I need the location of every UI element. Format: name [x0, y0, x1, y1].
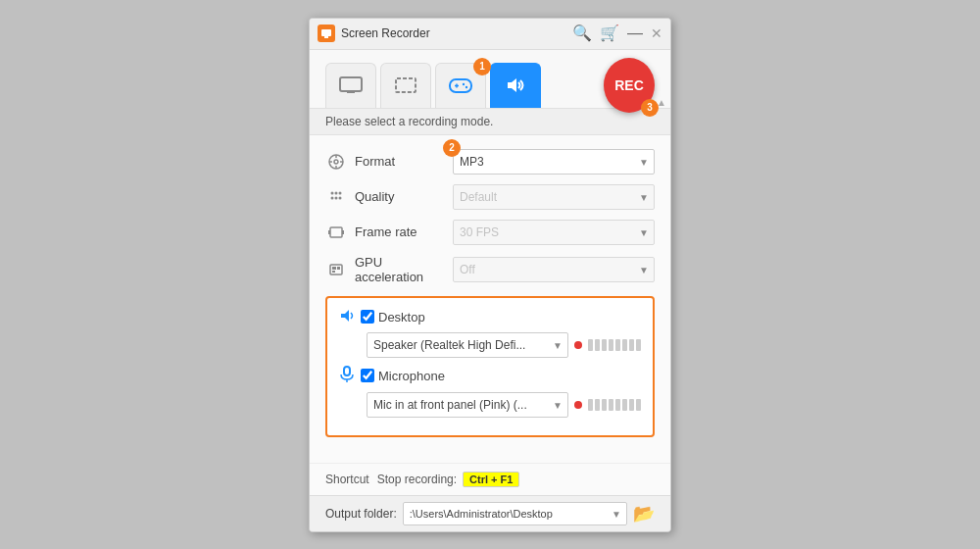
rec-label: REC	[614, 77, 644, 93]
framerate-icon	[325, 222, 347, 243]
vol-seg	[588, 339, 593, 351]
microphone-volume-dot	[574, 401, 582, 409]
region-mode-btn[interactable]	[380, 63, 431, 108]
status-bar: Please select a recording mode.	[310, 109, 670, 135]
framerate-select[interactable]: 30 FPS	[453, 220, 655, 245]
shortcut-stop-text: Stop recording:	[377, 473, 457, 486]
title-text: Screen Recorder	[341, 26, 572, 40]
gpu-row: GPU acceleration Off ▼	[325, 255, 655, 284]
screen-mode-btn[interactable]	[325, 63, 376, 108]
rec-button[interactable]: REC 3	[604, 58, 655, 113]
microphone-device-select-wrapper: Mic in at front panel (Pink) (... ▼	[367, 392, 568, 418]
svg-rect-27	[332, 267, 336, 270]
title-bar: Screen Recorder 🔍 🛒 — ✕	[310, 19, 670, 50]
microphone-checkbox[interactable]	[361, 369, 374, 382]
game-badge: 1	[473, 58, 491, 75]
toolbar: 1 REC 3 ▲	[310, 50, 670, 109]
svg-marker-30	[341, 310, 349, 322]
microphone-device-row: Mic in at front panel (Pink) (... ▼	[367, 392, 641, 418]
format-row: Format 2 MP3 AAC WAV ▼	[325, 149, 655, 175]
svg-point-21	[335, 196, 338, 199]
gpu-label: GPU acceleration	[355, 255, 453, 284]
svg-point-8	[463, 83, 465, 85]
svg-rect-5	[450, 79, 471, 92]
svg-point-9	[466, 86, 467, 88]
svg-point-12	[334, 160, 338, 164]
window-controls: 🔍 🛒 — ✕	[572, 25, 662, 41]
vol-seg	[636, 399, 641, 411]
gpu-select-wrapper: Off ▼	[453, 257, 655, 282]
format-icon	[325, 151, 347, 173]
cart-icon[interactable]: 🛒	[600, 25, 619, 41]
vol-seg	[636, 339, 641, 351]
desktop-device-select[interactable]: Speaker (Realtek High Defi...	[367, 332, 568, 358]
svg-rect-23	[330, 227, 342, 237]
quality-select-wrapper: Default ▼	[453, 184, 655, 210]
vol-seg	[622, 399, 627, 411]
open-folder-icon[interactable]: 📂	[633, 503, 655, 524]
shortcut-key: Ctrl + F1	[463, 472, 519, 487]
svg-rect-24	[328, 230, 330, 234]
vol-seg	[629, 399, 634, 411]
output-bar: Output folder: :\Users\Administrator\Des…	[310, 495, 670, 531]
vol-seg	[595, 399, 600, 411]
desktop-volume-bar	[588, 339, 641, 351]
desktop-label: Desktop	[378, 310, 425, 324]
minimize-btn[interactable]: —	[627, 25, 643, 41]
svg-marker-10	[508, 78, 516, 92]
svg-point-18	[335, 191, 338, 194]
vol-seg	[629, 339, 634, 351]
format-select-wrapper: 2 MP3 AAC WAV ▼	[453, 149, 655, 175]
format-select[interactable]: MP3 AAC WAV	[453, 149, 655, 175]
audio-mode-btn[interactable]	[490, 63, 541, 108]
gpu-select[interactable]: Off	[453, 257, 655, 282]
vol-seg	[609, 339, 613, 351]
microphone-checkbox-wrapper	[361, 369, 374, 382]
svg-point-19	[339, 191, 342, 194]
svg-point-20	[331, 196, 334, 199]
output-path-select[interactable]: :\Users\Administrator\Desktop	[403, 502, 627, 525]
game-mode-btn[interactable]: 1	[435, 63, 486, 108]
svg-rect-0	[321, 29, 331, 36]
vol-seg	[595, 339, 600, 351]
svg-rect-4	[396, 78, 416, 92]
svg-rect-3	[347, 91, 355, 93]
svg-rect-25	[342, 230, 344, 234]
vol-seg	[622, 339, 627, 351]
microphone-label: Microphone	[378, 369, 445, 383]
gpu-icon	[325, 259, 347, 280]
output-label: Output folder:	[325, 507, 397, 521]
app-window: Screen Recorder 🔍 🛒 — ✕ 1	[309, 18, 671, 532]
vol-seg	[609, 399, 613, 411]
desktop-volume-dot	[574, 341, 582, 349]
search-icon[interactable]: 🔍	[572, 25, 592, 41]
desktop-device-select-wrapper: Speaker (Realtek High Defi... ▼	[367, 332, 568, 358]
svg-rect-1	[324, 36, 328, 38]
framerate-label: Frame rate	[355, 225, 453, 239]
settings-badge: 2	[443, 139, 461, 157]
framerate-select-wrapper: 30 FPS ▼	[453, 220, 655, 245]
vol-seg	[602, 339, 607, 351]
quality-select[interactable]: Default	[453, 184, 655, 210]
close-btn[interactable]: ✕	[651, 26, 662, 40]
svg-point-22	[339, 196, 342, 199]
output-path-wrapper: :\Users\Administrator\Desktop ▼	[403, 502, 627, 525]
desktop-checkbox-wrapper	[361, 310, 374, 324]
quality-row: Quality Default ▼	[325, 184, 655, 210]
desktop-device-row: Speaker (Realtek High Defi... ▼	[367, 332, 641, 358]
svg-point-17	[331, 191, 334, 194]
rec-badge: 3	[641, 99, 659, 117]
vol-seg	[615, 399, 620, 411]
svg-rect-31	[344, 367, 350, 375]
quality-icon	[325, 186, 347, 208]
shortcut-bar: Shortcut Stop recording: Ctrl + F1	[310, 463, 670, 495]
quality-label: Quality	[355, 189, 453, 204]
app-icon	[318, 25, 335, 42]
framerate-row: Frame rate 30 FPS ▼	[325, 220, 655, 245]
desktop-audio-icon	[339, 308, 361, 326]
audio-section: Desktop Speaker (Realtek High Defi... ▼	[325, 296, 655, 437]
desktop-checkbox[interactable]	[361, 310, 374, 324]
main-content: Format 2 MP3 AAC WAV ▼	[310, 135, 670, 463]
vol-seg	[588, 399, 593, 411]
microphone-device-select[interactable]: Mic in at front panel (Pink) (...	[367, 392, 568, 418]
